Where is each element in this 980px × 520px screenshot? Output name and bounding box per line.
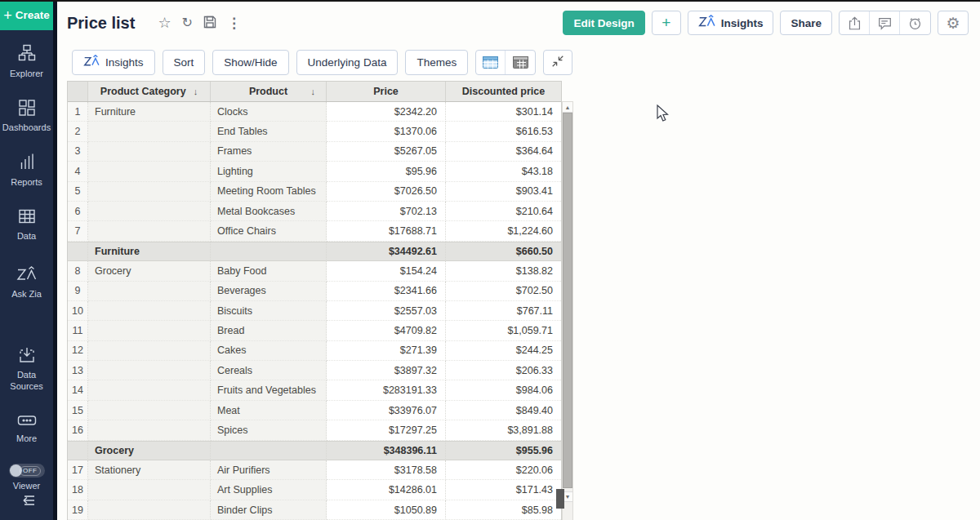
product-cell[interactable]: Metal Bookcases (211, 202, 327, 221)
kebab-menu-icon[interactable]: ⋮ (227, 16, 241, 30)
category-cell[interactable] (88, 162, 211, 181)
category-cell[interactable] (88, 401, 211, 420)
price-cell[interactable]: $2341.66 (327, 282, 446, 301)
column-header-product-category[interactable]: Product Category ↓ (88, 82, 211, 101)
discounted-price-cell[interactable]: $220.06 (446, 460, 561, 480)
category-cell[interactable] (88, 221, 211, 241)
price-cell[interactable]: $2557.03 (327, 301, 446, 321)
comments-button[interactable] (870, 11, 900, 34)
discounted-price-cell[interactable]: $1,059.71 (446, 321, 561, 340)
summary-view-button[interactable] (506, 51, 535, 74)
product-cell[interactable]: Binder Clips (211, 500, 327, 520)
category-cell[interactable] (88, 420, 211, 440)
settings-button[interactable]: ⚙ (938, 11, 969, 35)
sidebar-item-explorer[interactable]: Explorer (0, 44, 53, 80)
product-cell[interactable]: Art Supplies (211, 480, 327, 500)
price-cell[interactable]: $17297.25 (327, 420, 446, 440)
price-cell[interactable]: $5267.05 (327, 142, 446, 162)
category-cell[interactable] (88, 282, 211, 301)
price-cell[interactable]: $4709.82 (327, 321, 446, 340)
refresh-icon[interactable]: ↻ (182, 16, 193, 29)
column-header-discounted-price[interactable]: Discounted price (446, 82, 561, 101)
price-cell[interactable]: $7026.50 (327, 182, 446, 202)
create-button[interactable]: + Create (0, 0, 53, 30)
save-icon[interactable] (203, 16, 216, 31)
export-button[interactable] (840, 11, 870, 34)
price-cell[interactable]: $3178.58 (327, 460, 446, 480)
product-cell[interactable]: Beverages (211, 282, 327, 301)
discounted-price-cell[interactable]: $85.98 (446, 500, 561, 520)
scroll-up-arrow[interactable]: ▲ (563, 102, 572, 113)
price-cell[interactable]: $1050.89 (327, 500, 446, 520)
product-cell[interactable]: End Tables (211, 122, 327, 141)
product-cell[interactable]: Meat (211, 401, 327, 420)
discounted-price-cell[interactable]: $903.41 (446, 182, 561, 202)
price-cell[interactable]: $271.39 (327, 341, 446, 361)
product-cell[interactable]: Bread (211, 321, 327, 340)
sidebar-item-more[interactable]: More (0, 414, 53, 445)
product-cell[interactable]: Clocks (211, 102, 327, 122)
insights-button[interactable]: Insights (688, 11, 774, 35)
category-cell[interactable] (88, 341, 211, 361)
discounted-price-cell[interactable]: $43.18 (446, 162, 561, 181)
alerts-button[interactable] (900, 11, 930, 34)
discounted-price-cell[interactable]: $767.11 (446, 301, 561, 321)
category-cell[interactable]: Furniture (88, 102, 211, 122)
category-cell[interactable] (88, 380, 211, 400)
discounted-price-cell[interactable]: $138.82 (446, 261, 561, 281)
price-cell[interactable]: $33976.07 (327, 401, 446, 420)
discounted-price-cell[interactable]: $210.64 (446, 202, 561, 221)
discounted-price-cell[interactable]: $206.33 (446, 361, 561, 380)
category-cell[interactable] (88, 500, 211, 520)
product-cell[interactable]: Cereals (211, 361, 327, 380)
product-cell[interactable]: Biscuits (211, 301, 327, 321)
price-cell[interactable]: $702.13 (327, 202, 446, 221)
discounted-price-cell[interactable]: $171.43 (446, 480, 561, 500)
product-cell[interactable]: Meeting Room Tables (211, 182, 327, 202)
product-cell[interactable]: Frames (211, 142, 327, 162)
discounted-price-cell[interactable]: $984.06 (446, 380, 561, 400)
sidebar-item-ask-zia[interactable]: Ask Zia (0, 266, 53, 300)
underlying-data-button[interactable]: Underlying Data (296, 50, 399, 75)
category-cell[interactable] (88, 361, 211, 380)
fit-to-screen-button[interactable] (543, 50, 572, 75)
category-cell[interactable] (88, 480, 211, 500)
sort-button[interactable]: Sort (163, 50, 206, 75)
sidebar-item-dashboards[interactable]: Dashboards (0, 99, 53, 135)
viewer-toggle[interactable]: OFF (9, 464, 45, 478)
category-cell[interactable] (88, 301, 211, 321)
sidebar-item-viewer[interactable]: OFF Viewer (0, 464, 53, 492)
edit-design-button[interactable]: Edit Design (563, 11, 644, 35)
category-cell[interactable] (88, 202, 211, 221)
product-cell[interactable]: Baby Food (211, 261, 327, 281)
product-cell[interactable]: Office Chairs (211, 221, 327, 241)
price-cell[interactable]: $1370.06 (327, 122, 446, 141)
share-button[interactable]: Share (780, 11, 832, 35)
price-cell[interactable]: $283191.33 (327, 380, 446, 400)
category-cell[interactable]: Stationery (88, 460, 211, 480)
category-cell[interactable]: Grocery (88, 261, 211, 281)
collapse-sidebar-button[interactable] (17, 492, 37, 512)
horizontal-scrollbar-thumb[interactable] (556, 489, 564, 509)
product-cell[interactable]: Air Purifiers (211, 460, 327, 480)
discounted-price-cell[interactable]: $1,224.60 (446, 221, 561, 241)
discounted-price-cell[interactable]: $244.25 (446, 341, 561, 361)
category-cell[interactable] (88, 182, 211, 202)
category-cell[interactable] (88, 122, 211, 141)
themes-button[interactable]: Themes (405, 50, 468, 75)
product-cell[interactable]: Fruits and Vegetables (211, 380, 327, 400)
discounted-price-cell[interactable]: $364.64 (446, 142, 561, 162)
show-hide-button[interactable]: Show/Hide (212, 50, 288, 75)
price-cell[interactable]: $3897.32 (327, 361, 446, 380)
price-cell[interactable]: $95.96 (327, 162, 446, 181)
column-header-product[interactable]: Product ↓ (211, 82, 327, 101)
product-cell[interactable]: Cakes (211, 341, 327, 361)
table-view-button[interactable] (476, 51, 506, 74)
sidebar-item-reports[interactable]: Reports (0, 153, 53, 189)
toolbar-insights-button[interactable]: Insights (72, 50, 155, 75)
add-button[interactable]: + (652, 11, 681, 35)
discounted-price-cell[interactable]: $616.53 (446, 122, 561, 141)
product-cell[interactable]: Spices (211, 420, 327, 440)
sidebar-item-data-sources[interactable]: Data Sources (0, 346, 53, 393)
price-cell[interactable]: $17688.71 (327, 221, 446, 241)
